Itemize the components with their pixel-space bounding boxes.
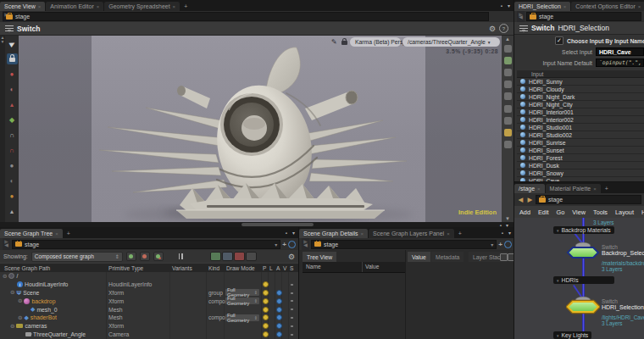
showing-dropdown[interactable]: Composed scene graph ⇕ [31, 252, 123, 262]
col-v[interactable]: V [283, 265, 286, 271]
toggle-visible-icon[interactable] [210, 252, 221, 261]
forward-icon[interactable]: ▶ [517, 11, 525, 22]
toggle-instance-icon[interactable] [222, 252, 233, 261]
display-material-icon[interactable] [504, 105, 512, 113]
list-item[interactable]: HDRI_Studio002 [517, 131, 644, 139]
col-draw-mode[interactable]: Draw Mode [226, 265, 255, 271]
netbox-collapse-icon[interactable]: ▾ [557, 228, 559, 233]
populate-flag[interactable] [263, 331, 269, 337]
select-tool-icon[interactable]: ▶ [4, 36, 19, 51]
col-a[interactable]: A [276, 265, 280, 271]
checkbox-label[interactable]: Choose Input By Input Name [567, 38, 644, 44]
active-flag[interactable] [276, 298, 282, 304]
netbox-key-lights[interactable]: ▾ Key Lights [553, 331, 591, 339]
menu-tools[interactable]: Tools [593, 208, 608, 216]
display-geometry-icon[interactable] [504, 57, 512, 64]
display-light-icon[interactable] [504, 92, 512, 100]
new-tab-button[interactable]: + [455, 229, 465, 238]
filter-lights-icon[interactable] [153, 252, 164, 261]
new-tab-button[interactable]: + [602, 184, 612, 193]
col-s[interactable]: S [290, 265, 293, 271]
populate-flag[interactable] [263, 298, 269, 304]
active-flag[interactable] [276, 331, 282, 337]
snap-magnet-icon[interactable]: ∩ [7, 145, 18, 156]
tab-stage-network[interactable]: /stage× [514, 184, 545, 193]
scroll-up-icon[interactable]: ▲ [505, 36, 510, 42]
col-scene-graph-path[interactable]: Scene Graph Path [4, 265, 50, 271]
table-row[interactable]: ⊖backdrop Xform compo Full Geometry⇕ [0, 297, 298, 305]
tab-scene-graph-tree[interactable]: Scene Graph Tree× [0, 229, 63, 238]
close-icon[interactable]: × [537, 186, 541, 192]
path-field[interactable]: stage [526, 12, 641, 21]
viewport-canvas[interactable]: ✎ Karma (Beta) Persp ▾ /cameras/ThreeQua… [19, 36, 502, 222]
gear-icon[interactable]: ⚙ [288, 253, 295, 261]
list-item[interactable]: HDRI_Forest [517, 154, 644, 162]
chevron-down-icon[interactable]: ▾ [275, 242, 277, 247]
tab-material-palette[interactable]: Material Palette× [546, 184, 601, 193]
close-icon[interactable]: × [447, 231, 450, 236]
close-icon[interactable]: × [593, 186, 597, 192]
netbox-collapse-icon[interactable]: ▾ [557, 333, 559, 338]
toggle-misc-icon[interactable] [246, 252, 257, 261]
close-icon[interactable]: × [55, 231, 58, 236]
gear-icon[interactable]: ⚙ [489, 25, 496, 33]
populate-flag[interactable] [263, 323, 269, 329]
collapse-icon[interactable]: ⊖ [10, 289, 14, 296]
collapse-icon[interactable]: ⊖ [3, 273, 7, 280]
draw-mode-select[interactable]: Full Geometry⇕ [225, 297, 259, 304]
close-icon[interactable]: × [97, 4, 100, 9]
display-grid-icon[interactable] [504, 117, 512, 125]
tab-value[interactable]: Value [408, 252, 430, 262]
table-row[interactable]: ThreeQuarter_Angle Camera [0, 331, 298, 339]
close-icon[interactable]: × [638, 4, 641, 9]
hscrollbar-handle[interactable] [242, 223, 314, 226]
tab-metadata[interactable]: Metadata [431, 252, 464, 262]
maximize-pane-icon[interactable]: ▪ [501, 3, 502, 8]
list-item[interactable]: HDRI_Night_Dark [517, 93, 644, 101]
snapshot-pen-icon[interactable]: ✎ [331, 38, 337, 46]
tab-geometry-spreadsheet[interactable]: Geometry Spreadsheet× [104, 2, 180, 11]
list-item[interactable]: HDRI_Night_City [517, 101, 644, 108]
list-item[interactable]: HDRI_Sunrise [517, 139, 644, 147]
display-snapshot-icon[interactable] [504, 129, 512, 136]
network-canvas[interactable]: 3 Layers ▾ Backdrop Materials Switch Bac… [514, 218, 644, 339]
forward-icon[interactable]: ▶ [526, 196, 534, 203]
populate-flag[interactable] [263, 314, 269, 320]
back-icon[interactable]: ◀ [517, 196, 525, 203]
pin-icon[interactable] [504, 241, 512, 248]
input-name-default-field[interactable]: `opinput(".", @input) [596, 58, 644, 67]
populate-flag[interactable] [263, 290, 269, 296]
new-tab-button[interactable]: + [64, 229, 74, 238]
close-icon[interactable]: × [361, 231, 364, 236]
checkbox-checked-icon[interactable]: ✓ [555, 36, 564, 45]
renderer-selector[interactable]: Karma (Beta) Persp ▾ [350, 37, 401, 47]
shelf-drawer-icon[interactable]: ● [7, 191, 18, 202]
table-row[interactable]: ⊖◆shaderBot Mesh compo Full Geometry⇕ [0, 314, 298, 322]
select-input-field[interactable]: HDRI_Cave [596, 47, 644, 56]
populate-flag[interactable] [263, 281, 269, 287]
menu-go[interactable]: Go [557, 208, 565, 216]
tab-scene-graph-layers-panel[interactable]: Scene Graph Layers Panel× [369, 229, 454, 238]
list-item[interactable]: HDRI_Snowy [517, 170, 644, 177]
view-option-icon[interactable] [504, 45, 512, 53]
pane-menu-icon[interactable]: ▾ [508, 230, 511, 236]
netbox-hdris[interactable]: ▾ HDRIs [553, 276, 614, 284]
pane-menu-icon[interactable]: ▾ [508, 3, 510, 8]
table-row[interactable]: iHoudiniLayerInfo HoudiniLayerInfo [0, 281, 298, 289]
collapse-icon[interactable]: ⊖ [18, 314, 22, 321]
pane-menu-icon[interactable]: ▾ [292, 230, 295, 236]
col-name[interactable]: Name [306, 264, 321, 270]
close-icon[interactable]: × [38, 4, 42, 9]
path-field[interactable]: stage [536, 195, 641, 204]
filter-geometry-icon[interactable] [126, 252, 136, 261]
forward-icon[interactable]: ▶ [302, 238, 309, 250]
close-icon[interactable]: × [173, 4, 176, 9]
netbox-backdrop-materials[interactable]: ▾ Backdrop Materials [553, 226, 614, 234]
list-item[interactable]: HDRI_Cloudy [517, 86, 644, 93]
render-region-icon[interactable]: ▲ [7, 206, 18, 217]
node-hdri-selection[interactable] [566, 294, 600, 314]
chevron-down-icon[interactable]: ▾ [491, 242, 493, 247]
new-tab-button[interactable]: + [180, 2, 191, 11]
camera-lock-icon[interactable] [341, 41, 347, 45]
table-row[interactable]: ⊖ΨScene Xform group Full Geometry⇕ [0, 289, 298, 297]
